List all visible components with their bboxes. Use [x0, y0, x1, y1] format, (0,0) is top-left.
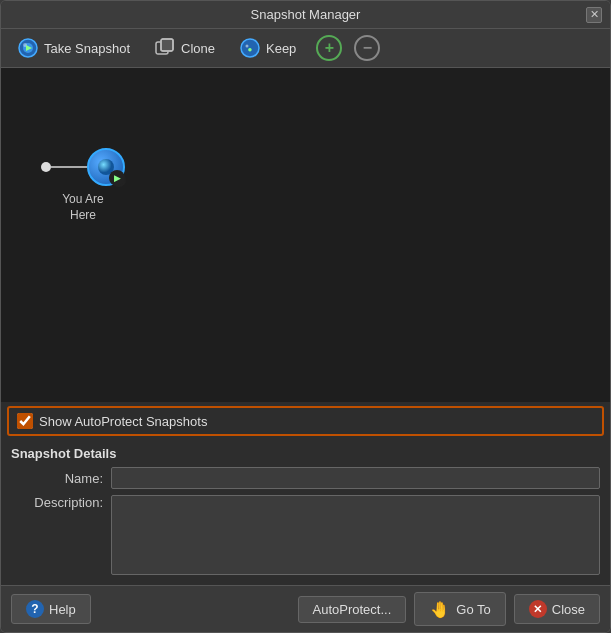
- take-snapshot-button[interactable]: Take Snapshot: [9, 33, 138, 63]
- window-close-button[interactable]: ✕: [586, 7, 602, 23]
- description-field-row: Description:: [11, 495, 600, 575]
- keep-icon: ●: [239, 37, 261, 59]
- close-label: Close: [552, 602, 585, 617]
- autoprotect-checkbox[interactable]: [17, 413, 33, 429]
- autoprotect-button-label: AutoProtect...: [313, 602, 392, 617]
- title-bar: Snapshot Manager ✕: [1, 1, 610, 29]
- node-dot: [41, 162, 51, 172]
- goto-icon: 🤚: [429, 598, 451, 620]
- clone-label: Clone: [181, 41, 215, 56]
- name-label: Name:: [11, 471, 111, 486]
- take-snapshot-icon: [17, 37, 39, 59]
- node-connector: [41, 148, 125, 186]
- goto-button[interactable]: 🤚 Go To: [414, 592, 505, 626]
- svg-marker-11: [115, 175, 123, 185]
- node-line: [51, 166, 87, 168]
- keep-label: Keep: [266, 41, 296, 56]
- autoprotect-row: Show AutoProtect Snapshots: [7, 406, 604, 436]
- autoprotect-label: Show AutoProtect Snapshots: [39, 414, 207, 429]
- toolbar: Take Snapshot Clone ● Keep: [1, 29, 610, 68]
- zoom-out-button[interactable]: −: [354, 35, 380, 61]
- snapshot-details-title: Snapshot Details: [11, 446, 600, 461]
- you-are-here-label: You Are Here: [62, 192, 104, 223]
- zoom-in-button[interactable]: +: [316, 35, 342, 61]
- clone-button[interactable]: Clone: [146, 33, 223, 63]
- description-textarea[interactable]: [111, 495, 600, 575]
- you-are-here-node: You Are Here: [41, 148, 125, 223]
- vm-snapshot-icon[interactable]: [87, 148, 125, 186]
- clone-icon: [154, 37, 176, 59]
- svg-text:●: ●: [248, 45, 253, 54]
- close-icon: ✕: [529, 600, 547, 618]
- svg-rect-5: [161, 39, 173, 51]
- help-button[interactable]: ? Help: [11, 594, 91, 624]
- help-label: Help: [49, 602, 76, 617]
- autoprotect-button[interactable]: AutoProtect...: [298, 596, 407, 623]
- svg-point-10: [98, 159, 114, 175]
- close-button[interactable]: ✕ Close: [514, 594, 600, 624]
- take-snapshot-label: Take Snapshot: [44, 41, 130, 56]
- snapshot-manager-window: Snapshot Manager ✕ Take Snapshot: [0, 0, 611, 633]
- window-title: Snapshot Manager: [251, 7, 361, 22]
- name-input[interactable]: [111, 467, 600, 489]
- snapshot-details-section: Snapshot Details Name: Description:: [1, 440, 610, 585]
- name-field-row: Name:: [11, 467, 600, 489]
- footer: ? Help AutoProtect... 🤚 Go To ✕ Close: [1, 585, 610, 632]
- snapshot-canvas: You Are Here: [1, 68, 610, 402]
- goto-label: Go To: [456, 602, 490, 617]
- help-icon: ?: [26, 600, 44, 618]
- keep-button[interactable]: ● Keep: [231, 33, 304, 63]
- description-label: Description:: [11, 495, 111, 510]
